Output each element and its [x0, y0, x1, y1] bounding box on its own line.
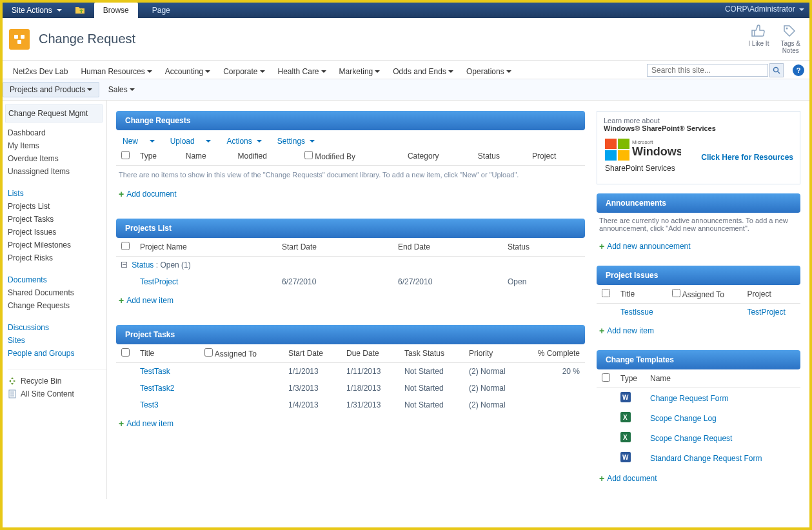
- select-all-checkbox[interactable]: [121, 151, 130, 159]
- nav-corporate[interactable]: Corporate: [218, 64, 270, 79]
- col-title[interactable]: Title: [615, 285, 667, 304]
- col-projectname[interactable]: Project Name: [135, 238, 277, 257]
- sidebar-current[interactable]: Change Request Mgmt: [5, 104, 103, 123]
- template-link[interactable]: Scope Change Request: [650, 434, 732, 443]
- toolbar-actions[interactable]: Actions: [226, 137, 261, 146]
- like-button[interactable]: I Like It: [744, 22, 773, 55]
- table-row[interactable]: TestTask2 1/3/2013 1/18/2013 Not Started…: [116, 380, 585, 397]
- sidebar-head-docs[interactable]: Documents: [8, 273, 106, 286]
- col-priority[interactable]: Priority: [464, 344, 528, 363]
- sidebar-head-lists[interactable]: Lists: [8, 187, 106, 200]
- sidebar-projectslist[interactable]: Projects List: [8, 200, 106, 213]
- task-link[interactable]: Test3: [140, 400, 159, 409]
- col-category[interactable]: Category: [402, 147, 473, 166]
- col-assigned[interactable]: Assigned To: [199, 344, 283, 363]
- table-row[interactable]: TestProject 6/27/2010 6/27/2010 Open: [116, 273, 585, 290]
- nav-home[interactable]: Net2xs Dev Lab: [8, 64, 73, 79]
- nav-marketing[interactable]: Marketing: [334, 64, 386, 79]
- table-row[interactable]: XScope Change Request: [597, 428, 800, 448]
- nav-accounting[interactable]: Accounting: [160, 64, 215, 79]
- sidebar-shareddocs[interactable]: Shared Documents: [8, 286, 106, 299]
- select-all-checkbox[interactable]: [602, 289, 610, 297]
- select-all-checkbox[interactable]: [121, 348, 130, 357]
- ribbon-tab-browse[interactable]: Browse: [94, 3, 138, 18]
- col-title[interactable]: Title: [135, 344, 199, 363]
- resources-link[interactable]: Click Here for Resources: [701, 153, 793, 162]
- subnav-projects[interactable]: Projects and Products: [3, 82, 99, 97]
- col-status[interactable]: Status: [473, 147, 527, 166]
- col-assigned[interactable]: Assigned To: [667, 285, 742, 304]
- sidebar-projectissues[interactable]: Project Issues: [8, 226, 106, 239]
- add-item-link[interactable]: +Add new item: [116, 413, 176, 434]
- search-input[interactable]: [647, 64, 768, 77]
- table-row[interactable]: TestIssue TestProject: [597, 304, 800, 321]
- sidebar-milestones[interactable]: Project Milestones: [8, 239, 106, 251]
- tags-button[interactable]: Tags & Notes: [777, 22, 804, 55]
- select-all-checkbox[interactable]: [602, 373, 610, 382]
- task-link[interactable]: TestTask: [140, 367, 170, 376]
- sidebar-allcontent[interactable]: All Site Content: [8, 388, 106, 400]
- toolbar-new[interactable]: New: [123, 137, 155, 146]
- template-link[interactable]: Scope Change Log: [650, 414, 717, 423]
- sidebar-overdue[interactable]: Overdue Items: [8, 152, 106, 165]
- col-modified[interactable]: Modified: [233, 147, 299, 166]
- project-link[interactable]: TestProject: [140, 277, 178, 286]
- add-announcement-link[interactable]: +Add new announcement: [597, 236, 693, 257]
- subnav-sales[interactable]: Sales: [102, 83, 141, 97]
- col-modifiedby[interactable]: Modified By: [299, 147, 402, 166]
- sidebar-recycle[interactable]: Recycle Bin: [8, 375, 106, 388]
- sidebar-unassigned[interactable]: Unassigned Items: [8, 165, 106, 178]
- sidebar-myitems[interactable]: My Items: [8, 139, 106, 152]
- user-menu[interactable]: CORP\Administrator: [725, 5, 804, 14]
- table-row[interactable]: TestTask 1/1/2013 1/11/2013 Not Started …: [116, 363, 585, 380]
- table-row[interactable]: WChange Request Form: [597, 388, 800, 409]
- add-item-link[interactable]: +Add new item: [116, 290, 176, 311]
- collapse-icon[interactable]: [121, 262, 127, 268]
- template-link[interactable]: Change Request Form: [650, 394, 728, 403]
- sidebar-discussions[interactable]: Discussions: [8, 321, 106, 334]
- task-link[interactable]: TestTask2: [140, 384, 174, 393]
- sidebar-risks[interactable]: Project Risks: [8, 251, 106, 264]
- nav-hr[interactable]: Human Resources: [75, 64, 157, 79]
- help-button[interactable]: ?: [793, 64, 804, 76]
- sidebar-changereq[interactable]: Change Requests: [8, 299, 106, 312]
- site-icon[interactable]: [9, 29, 30, 50]
- table-row[interactable]: XScope Change Log: [597, 408, 800, 428]
- col-type[interactable]: Type: [135, 147, 181, 166]
- col-taskstatus[interactable]: Task Status: [399, 344, 464, 363]
- sidebar-projecttasks[interactable]: Project Tasks: [8, 213, 106, 226]
- filter-checkbox[interactable]: [304, 151, 313, 159]
- ribbon-tab-page[interactable]: Page: [143, 3, 179, 18]
- col-start[interactable]: Start Date: [283, 344, 341, 363]
- sidebar-dashboard[interactable]: Dashboard: [8, 126, 106, 139]
- add-document-link[interactable]: +Add document: [597, 468, 660, 489]
- add-item-link[interactable]: +Add new item: [597, 320, 657, 341]
- col-type[interactable]: Type: [615, 369, 645, 388]
- sidebar-people[interactable]: People and Groups: [8, 347, 106, 360]
- select-all-checkbox[interactable]: [121, 242, 130, 250]
- col-project[interactable]: Project: [742, 285, 800, 304]
- issue-project-link[interactable]: TestProject: [747, 308, 785, 317]
- nav-odds[interactable]: Odds and Ends: [388, 64, 459, 79]
- toolbar-settings[interactable]: Settings: [277, 137, 315, 146]
- col-project[interactable]: Project: [527, 147, 585, 166]
- table-row[interactable]: Test3 1/4/2013 1/31/2013 Not Started (2)…: [116, 397, 585, 413]
- search-go-button[interactable]: [769, 63, 784, 77]
- col-name[interactable]: Name: [645, 369, 800, 388]
- col-complete[interactable]: % Complete: [528, 344, 585, 363]
- template-link[interactable]: Standard Change Request Form: [650, 454, 762, 463]
- col-name[interactable]: Name: [181, 147, 233, 166]
- col-status[interactable]: Status: [502, 238, 585, 257]
- site-actions-menu[interactable]: Site Actions: [6, 3, 67, 17]
- filter-checkbox[interactable]: [204, 348, 213, 357]
- col-enddate[interactable]: End Date: [393, 238, 502, 257]
- filter-checkbox[interactable]: [672, 289, 680, 297]
- nav-operations[interactable]: Operations: [461, 64, 517, 79]
- sidebar-sites[interactable]: Sites: [8, 334, 106, 347]
- toolbar-upload[interactable]: Upload: [170, 137, 212, 146]
- table-row[interactable]: WStandard Change Request Form: [597, 448, 800, 468]
- col-due[interactable]: Due Date: [341, 344, 399, 363]
- nav-healthcare[interactable]: Health Care: [273, 64, 332, 79]
- col-startdate[interactable]: Start Date: [277, 238, 393, 257]
- group-header[interactable]: Status : Open (1): [116, 257, 585, 274]
